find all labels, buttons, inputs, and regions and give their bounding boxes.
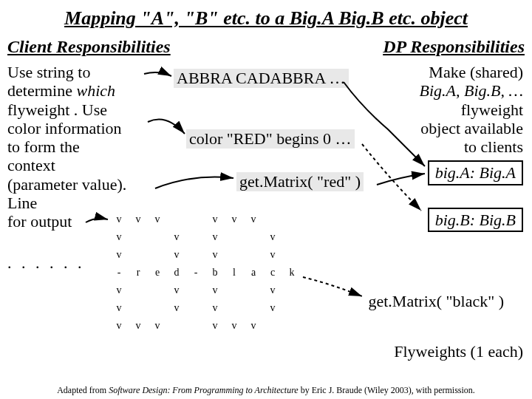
matrix-cell bbox=[244, 228, 263, 246]
matrix-cell: v bbox=[109, 317, 129, 335]
matrix-cell bbox=[225, 228, 244, 246]
matrix-cell bbox=[148, 246, 167, 264]
credit-line: Adapted from Software Design: From Progr… bbox=[0, 385, 532, 396]
matrix-cell bbox=[186, 299, 205, 317]
matrix-cell: r bbox=[129, 264, 148, 282]
matrix-cell: v bbox=[167, 282, 186, 299]
dp-text-4: object available bbox=[375, 119, 523, 137]
matrix-cell bbox=[148, 282, 167, 299]
matrix-cell bbox=[186, 228, 205, 246]
letter-matrix: vvvvvvvvvvvvvv-red-blackvvvvvvvvvvvvvv bbox=[109, 211, 301, 335]
matrix-cell: v bbox=[205, 317, 225, 335]
matrix-cell bbox=[263, 317, 282, 335]
matrix-cell: v bbox=[205, 282, 225, 299]
matrix-cell: e bbox=[148, 264, 167, 282]
matrix-cell bbox=[263, 211, 282, 228]
subhead-row: Client Responsibilities DP Responsibilit… bbox=[7, 37, 525, 57]
matrix-cell: l bbox=[225, 264, 244, 282]
matrix-cell: v bbox=[205, 211, 225, 228]
matrix-cell bbox=[282, 228, 301, 246]
matrix-cell: v bbox=[148, 211, 167, 228]
matrix-cell bbox=[225, 299, 244, 317]
client-text-2: determine which bbox=[7, 81, 163, 100]
dp-text-1: Make (shared) bbox=[375, 63, 523, 81]
matrix-cell bbox=[282, 211, 301, 228]
callout-getmatrix-black: get.Matrix( "black" ) bbox=[368, 292, 504, 311]
dp-text-2: Big.A, Big.B, … bbox=[375, 81, 523, 100]
matrix-cell: a bbox=[244, 264, 263, 282]
subhead-dp: DP Responsibilities bbox=[383, 37, 525, 57]
matrix-cell: v bbox=[109, 282, 129, 299]
client-text-3: flyweight . Use bbox=[7, 100, 163, 119]
matrix-cell: d bbox=[167, 264, 186, 282]
matrix-cell: v bbox=[148, 317, 167, 335]
dp-text-5: to clients bbox=[375, 137, 523, 156]
client-text-8: Line bbox=[7, 194, 163, 212]
matrix-cell bbox=[129, 228, 148, 246]
matrix-cell bbox=[186, 246, 205, 264]
subhead-client: Client Responsibilities bbox=[7, 37, 171, 57]
matrix-cell: - bbox=[109, 264, 129, 282]
matrix-cell: v bbox=[167, 228, 186, 246]
client-text-6: context bbox=[7, 156, 163, 174]
matrix-cell bbox=[244, 299, 263, 317]
matrix-cell bbox=[186, 211, 205, 228]
matrix-cell: v bbox=[205, 228, 225, 246]
matrix-cell: v bbox=[263, 299, 282, 317]
matrix-cell bbox=[167, 211, 186, 228]
dp-column: Make (shared) Big.A, Big.B, … flyweight … bbox=[375, 63, 523, 232]
matrix-cell: v bbox=[263, 228, 282, 246]
matrix-cell: v bbox=[225, 317, 244, 335]
matrix-cell: v bbox=[205, 246, 225, 264]
matrix-cell bbox=[129, 282, 148, 299]
flyweights-label: Flyweights (1 each) bbox=[394, 342, 523, 361]
matrix-cell: k bbox=[282, 264, 301, 282]
callout-getmatrix-red: get.Matrix( "red" ) bbox=[236, 172, 364, 191]
client-text-1: Use string to bbox=[7, 63, 163, 81]
client-text-7: (parameter value). bbox=[7, 175, 163, 194]
matrix-cell: v bbox=[167, 246, 186, 264]
callout-red: color "RED" begins 0 … bbox=[186, 129, 355, 149]
client-text-4: color information bbox=[7, 119, 163, 137]
matrix-cell bbox=[282, 282, 301, 299]
matrix-cell bbox=[167, 317, 186, 335]
matrix-cell bbox=[282, 246, 301, 264]
matrix-cell: v bbox=[129, 317, 148, 335]
matrix-cell: - bbox=[186, 264, 205, 282]
matrix-cell bbox=[129, 246, 148, 264]
matrix-cell: v bbox=[263, 246, 282, 264]
matrix-cell: v bbox=[244, 317, 263, 335]
matrix-cell bbox=[225, 282, 244, 299]
matrix-cell: c bbox=[263, 264, 282, 282]
dp-text-3: flyweight bbox=[375, 100, 523, 119]
matrix-cell: v bbox=[109, 299, 129, 317]
matrix-cell bbox=[186, 317, 205, 335]
matrix-cell bbox=[282, 299, 301, 317]
matrix-cell: v bbox=[225, 211, 244, 228]
matrix-cell bbox=[148, 228, 167, 246]
matrix-cell: v bbox=[129, 211, 148, 228]
matrix-cell: v bbox=[244, 211, 263, 228]
callout-abbra: ABBRA CADABBRA … bbox=[174, 69, 349, 88]
matrix-cell: v bbox=[109, 228, 129, 246]
matrix-cell bbox=[129, 299, 148, 317]
matrix-cell bbox=[244, 246, 263, 264]
matrix-cell bbox=[244, 282, 263, 299]
matrix-cell bbox=[148, 299, 167, 317]
content-area: Use string to determine which flyweight … bbox=[7, 63, 525, 358]
matrix-cell: b bbox=[205, 264, 225, 282]
object-box-a: big.A: Big.A bbox=[428, 160, 523, 185]
matrix-cell: v bbox=[109, 211, 129, 228]
slide-title: Mapping "A", "B" etc. to a Big.A Big.B e… bbox=[7, 7, 525, 30]
matrix-cell bbox=[186, 282, 205, 299]
client-text-5: to form the bbox=[7, 137, 163, 156]
matrix-cell bbox=[225, 246, 244, 264]
object-box-b: big.B: Big.B bbox=[428, 208, 523, 232]
matrix-cell: v bbox=[263, 282, 282, 299]
matrix-cell: v bbox=[167, 299, 186, 317]
matrix-cell: v bbox=[205, 299, 225, 317]
matrix-cell bbox=[282, 317, 301, 335]
matrix-cell: v bbox=[109, 246, 129, 264]
